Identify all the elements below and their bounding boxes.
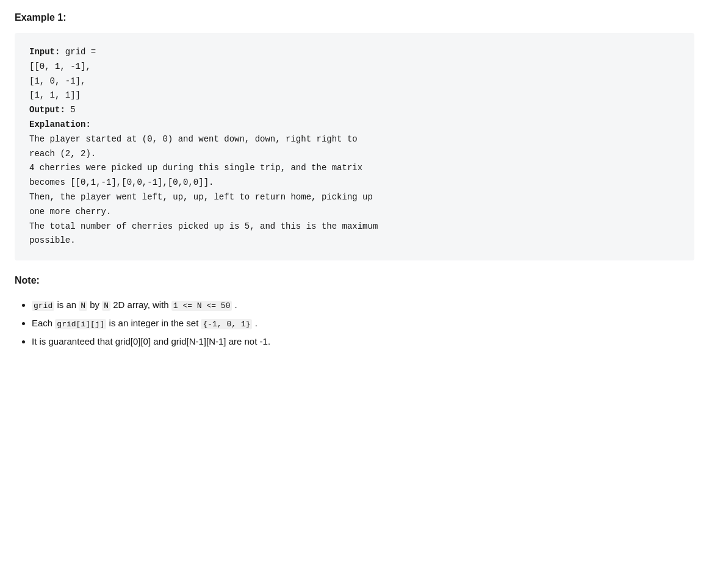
explanation-line-3: becomes [[0,1,-1],[0,0,-1],[0,0,0]]. — [29, 176, 680, 190]
grid-line-3: [1, 1, 1]] — [29, 88, 680, 103]
input-line: Input: grid = — [29, 45, 680, 60]
explanation-label: Explanation: — [29, 118, 680, 132]
input-value: grid = — [60, 47, 96, 57]
page-wrapper: Example 1: Input: grid = [[0, 1, -1], [1… — [15, 12, 694, 351]
output-label: Output: — [29, 105, 65, 115]
grid-line-1: [[0, 1, -1], — [29, 60, 680, 74]
output-value: 5 — [65, 105, 76, 115]
note-list: grid is an N by N 2D array, with 1 <= N … — [15, 296, 694, 351]
code-N1: N — [79, 301, 87, 311]
explanation-line-4: Then, the player went left, up, up, left… — [29, 190, 680, 205]
code-gridij: grid[i][j] — [55, 319, 106, 329]
explanation-line-5: one more cherry. — [29, 205, 680, 220]
explanation-line-6: The total number of cherries picked up i… — [29, 220, 680, 234]
code-N2: N — [102, 301, 110, 311]
code-grid: grid — [32, 301, 54, 311]
explanation-line-0: The player started at (0, 0) and went do… — [29, 132, 680, 147]
explanation-line-1: reach (2, 2). — [29, 147, 680, 162]
grid-line-2: [1, 0, -1], — [29, 74, 680, 89]
example-title: Example 1: — [15, 12, 694, 23]
code-range: 1 <= N <= 50 — [171, 301, 232, 311]
example-box: Input: grid = [[0, 1, -1], [1, 0, -1], [… — [15, 33, 694, 260]
note-title: Note: — [15, 275, 694, 286]
code-set: {-1, 0, 1} — [201, 319, 252, 329]
explanation-lines: The player started at (0, 0) and went do… — [29, 132, 680, 248]
note-item-1: Each grid[i][j] is an integer in the set… — [32, 314, 694, 332]
note-item-2: It is guaranteed that grid[0][0] and gri… — [32, 332, 694, 351]
explanation-line-7: possible. — [29, 234, 680, 248]
output-line: Output: 5 — [29, 103, 680, 118]
explanation-line-2: 4 cherries were picked up during this si… — [29, 161, 680, 176]
note-section: Note: grid is an N by N 2D array, with 1… — [15, 275, 694, 351]
note-item-0: grid is an N by N 2D array, with 1 <= N … — [32, 296, 694, 314]
input-label: Input: — [29, 47, 60, 57]
